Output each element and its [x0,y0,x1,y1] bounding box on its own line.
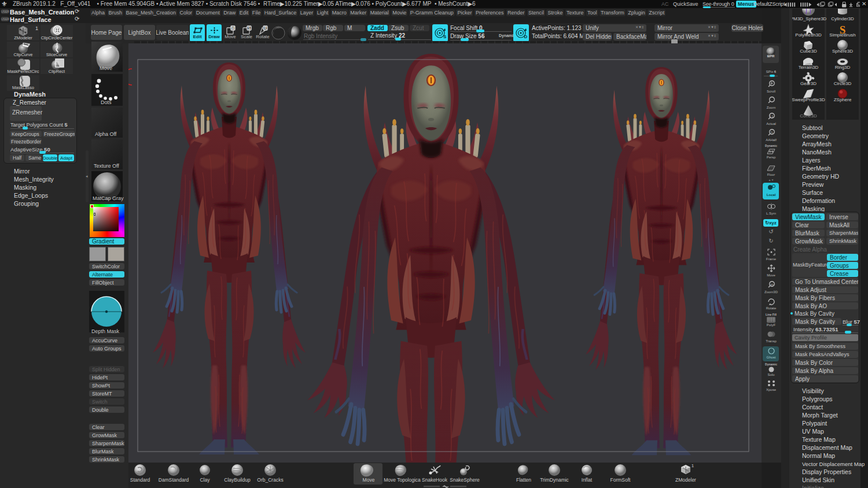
svg-text:Flatten: Flatten [516,477,531,483]
svg-text:SnakeHook: SnakeHook [422,477,448,483]
svg-text:ZModeler: ZModeler [675,477,696,483]
svg-text:Move: Move [363,477,375,483]
svg-text:Move Topologica: Move Topologica [384,477,421,483]
svg-text:Ring3D: Ring3D [835,65,851,70]
svg-text:FormSoft: FormSoft [610,477,631,483]
svg-text:Inflat: Inflat [582,477,593,483]
svg-text:3D: 3D [770,283,774,287]
svg-text:SweepProfile3D: SweepProfile3D [792,97,825,102]
svg-text:Cylinder3D: Cylinder3D [831,16,854,21]
svg-text:½: ½ [770,131,773,134]
svg-text:BPR: BPR [767,54,775,58]
svg-text:Terrain3D: Terrain3D [799,65,819,70]
svg-text:DamStandard: DamStandard [159,477,189,483]
svg-text:Clay: Clay [200,477,210,483]
svg-text:PM3D_Sphere3D: PM3D_Sphere3D [792,16,827,21]
svg-text:Sphere3D: Sphere3D [832,49,853,54]
svg-text:R: R [264,26,267,30]
svg-text:Cube3D: Cube3D [800,49,817,54]
svg-text:SimpleBrush: SimpleBrush [829,32,855,38]
svg-text:D: D [524,34,527,39]
svg-text:1:1: 1:1 [769,114,773,118]
svg-text:Gear3D: Gear3D [800,81,816,86]
svg-text:SnakeSphere: SnakeSphere [450,477,480,483]
svg-text:TrimDynamic: TrimDynamic [540,477,569,483]
svg-text:Circle3D: Circle3D [834,81,852,86]
svg-text:S: S [248,26,251,30]
svg-text:1: 1 [692,463,694,468]
svg-text:M: M [231,26,234,30]
svg-text:S: S [443,34,447,39]
svg-text:ClayBuildup: ClayBuildup [224,477,251,483]
svg-text:PolyMesh3D: PolyMesh3D [795,32,822,38]
svg-text:Standard: Standard [130,477,150,483]
svg-text:Cone3D: Cone3D [800,113,817,119]
svg-text:ZSphere: ZSphere [834,97,852,102]
svg-text:Orb_Cracks: Orb_Cracks [257,477,283,483]
